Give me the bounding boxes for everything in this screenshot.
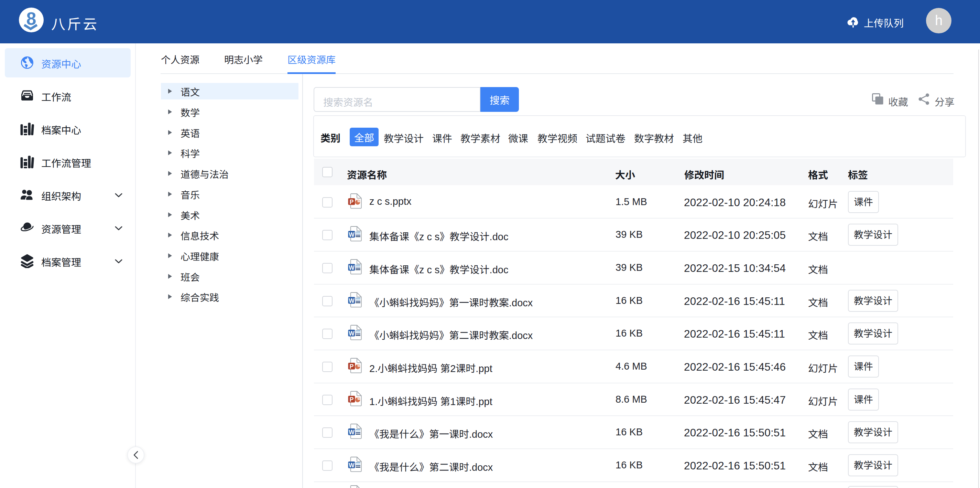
svg-text:P: P <box>350 396 354 403</box>
svg-text:W: W <box>349 231 355 238</box>
svg-text:W: W <box>349 462 355 469</box>
svg-text:W: W <box>349 264 355 271</box>
svg-text:W: W <box>349 297 355 304</box>
svg-text:W: W <box>349 429 355 436</box>
svg-text:P: P <box>350 363 354 370</box>
svg-text:W: W <box>349 330 355 337</box>
svg-text:P: P <box>350 199 354 206</box>
